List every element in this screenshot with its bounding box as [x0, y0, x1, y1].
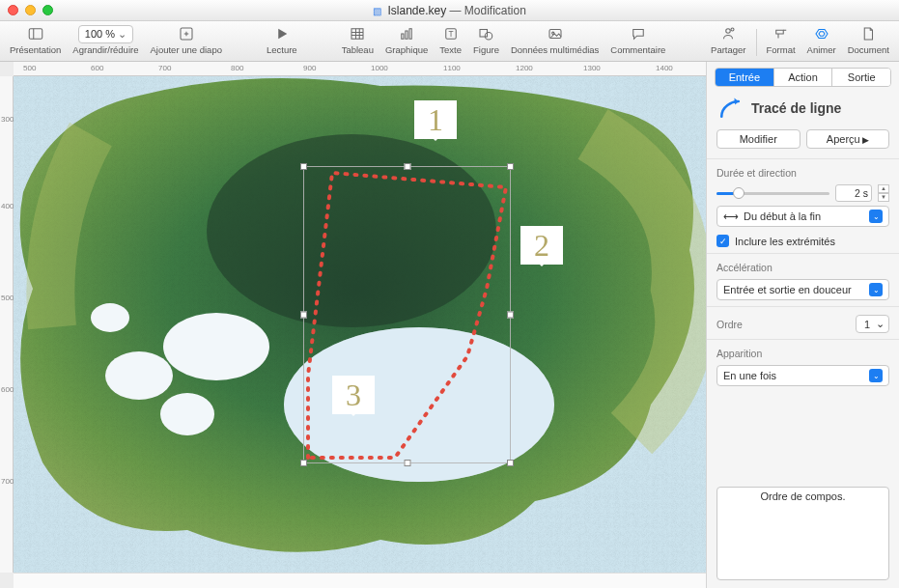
- zoom-value: 100 %: [78, 25, 133, 43]
- ruler-tick: 1100: [443, 64, 461, 72]
- window-titlebar: ▧ Islande.key — Modification: [0, 0, 899, 21]
- direction-select[interactable]: ⟷Du début à la fin ⌄: [716, 206, 889, 227]
- animation-tabs: Entrée Action Sortie: [715, 68, 891, 87]
- checkmark-icon: ✓: [716, 235, 729, 247]
- text-button[interactable]: T Texte: [435, 23, 465, 55]
- accel-label: Accélération: [716, 262, 889, 273]
- chart-button[interactable]: Graphique: [381, 23, 432, 55]
- window-filename: Islande.key: [387, 4, 446, 17]
- horizontal-scrollbar[interactable]: [14, 573, 706, 588]
- toolbar-divider: [756, 29, 757, 56]
- delivery-value: En une fois: [723, 370, 776, 381]
- preview-label: Aperçu: [827, 133, 860, 145]
- map-marker-1[interactable]: 1: [414, 100, 457, 139]
- media-button[interactable]: Données multimédias: [507, 23, 603, 55]
- table-label: Tableau: [342, 44, 374, 55]
- marker-label: 2: [534, 228, 549, 264]
- svg-text:T: T: [448, 30, 453, 39]
- selection-box[interactable]: [303, 166, 511, 463]
- svg-point-21: [731, 28, 734, 31]
- duration-value[interactable]: 2 s: [835, 184, 872, 202]
- ruler-tick: 500: [1, 294, 14, 302]
- window-title: ▧ Islande.key — Modification: [0, 4, 899, 17]
- play-label: Lecture: [267, 44, 297, 55]
- svg-rect-6: [351, 29, 363, 40]
- ruler-tick: 400: [1, 202, 14, 210]
- add-slide-label: Ajouter une diapo: [150, 44, 221, 55]
- svg-rect-0: [29, 29, 42, 40]
- order-value: 1: [864, 319, 870, 330]
- tab-action[interactable]: Action: [773, 69, 832, 86]
- document-label: Document: [848, 44, 889, 55]
- ruler-vertical: 300 400 500 600 700: [0, 76, 14, 573]
- zoom-label: Agrandir/réduire: [72, 44, 138, 55]
- ruler-tick: 1400: [656, 64, 673, 72]
- tab-build-out[interactable]: Sortie: [831, 69, 890, 86]
- format-button[interactable]: Format: [763, 23, 800, 55]
- map-marker-2[interactable]: 2: [520, 226, 563, 265]
- svg-rect-11: [402, 34, 404, 39]
- accel-value: Entrée et sortie en douceur: [723, 284, 852, 295]
- marker-label: 3: [346, 378, 361, 413]
- animate-button[interactable]: Animer: [803, 23, 840, 55]
- media-label: Données multimédias: [511, 44, 599, 55]
- window-mode: Modification: [464, 4, 526, 17]
- add-slide-button[interactable]: Ajouter une diapo: [146, 23, 225, 55]
- svg-point-20: [726, 29, 731, 34]
- svg-rect-12: [406, 31, 407, 39]
- acceleration-select[interactable]: Entrée et sortie en douceur ⌄: [716, 279, 889, 300]
- view-button[interactable]: Présentation: [6, 23, 65, 55]
- ruler-tick: 1200: [516, 64, 533, 72]
- ruler-tick: 900: [303, 64, 316, 72]
- comment-button[interactable]: Commentaire: [606, 23, 669, 55]
- preview-button[interactable]: Aperçu▶: [806, 129, 890, 149]
- svg-marker-32: [734, 98, 738, 105]
- include-ends-checkbox[interactable]: ✓ Inclure les extrémités: [716, 235, 889, 247]
- duration-stepper[interactable]: ▲▼: [878, 184, 889, 202]
- map-marker-3[interactable]: 3: [332, 376, 375, 414]
- svg-point-17: [486, 33, 493, 41]
- text-label: Texte: [439, 44, 462, 55]
- svg-marker-5: [278, 29, 287, 40]
- inspector-panel: Entrée Action Sortie Tracé de ligne Modi…: [706, 62, 899, 588]
- direction-value: Du début à la fin: [744, 210, 821, 222]
- acceleration-section: Accélération Entrée et sortie en douceur…: [707, 253, 899, 306]
- svg-marker-23: [819, 32, 825, 37]
- effect-header: Tracé de ligne: [707, 91, 899, 129]
- keynote-file-icon: ▧: [373, 6, 381, 16]
- chevron-down-icon: ⌄: [869, 369, 883, 382]
- duration-section: Durée et direction 2 s ▲▼ ⟷Du début à la…: [707, 158, 899, 253]
- ruler-tick: 600: [91, 64, 103, 72]
- duration-slider[interactable]: [716, 192, 829, 195]
- ruler-tick: 1300: [583, 64, 601, 72]
- table-button[interactable]: Tableau: [338, 23, 378, 55]
- slide-canvas[interactable]: 1 2 3: [14, 76, 706, 573]
- chart-label: Graphique: [385, 44, 428, 55]
- order-label: Ordre: [716, 319, 743, 330]
- chevron-down-icon: ⌄: [876, 318, 885, 330]
- ruler-tick: 1000: [371, 64, 388, 72]
- document-button[interactable]: Document: [844, 23, 893, 55]
- order-section: Ordre 1 ⌄: [707, 306, 899, 339]
- modify-button[interactable]: Modifier: [716, 129, 801, 149]
- chevron-down-icon: ⌄: [869, 283, 883, 296]
- duration-label: Durée et direction: [716, 167, 889, 179]
- shape-label: Figure: [473, 44, 499, 55]
- delivery-select[interactable]: En une fois ⌄: [716, 365, 889, 386]
- delivery-label: Apparition: [716, 348, 889, 359]
- include-ends-label: Inclure les extrémités: [735, 236, 835, 247]
- shape-button[interactable]: Figure: [469, 23, 503, 55]
- ruler-tick: 700: [1, 477, 14, 486]
- play-button[interactable]: Lecture: [263, 23, 301, 55]
- zoom-dropdown[interactable]: 100 % Agrandir/réduire: [69, 23, 142, 55]
- build-order-button[interactable]: Ordre de compos.: [716, 487, 889, 581]
- marker-label: 1: [428, 102, 443, 138]
- order-select[interactable]: 1 ⌄: [856, 315, 889, 333]
- animate-label: Animer: [807, 44, 836, 55]
- ruler-tick: 700: [158, 64, 171, 72]
- line-draw-icon: [716, 95, 744, 122]
- tab-build-in[interactable]: Entrée: [716, 69, 773, 86]
- delivery-section: Apparition En une fois ⌄: [707, 339, 899, 392]
- format-label: Format: [767, 44, 796, 55]
- share-button[interactable]: Partager: [707, 23, 749, 55]
